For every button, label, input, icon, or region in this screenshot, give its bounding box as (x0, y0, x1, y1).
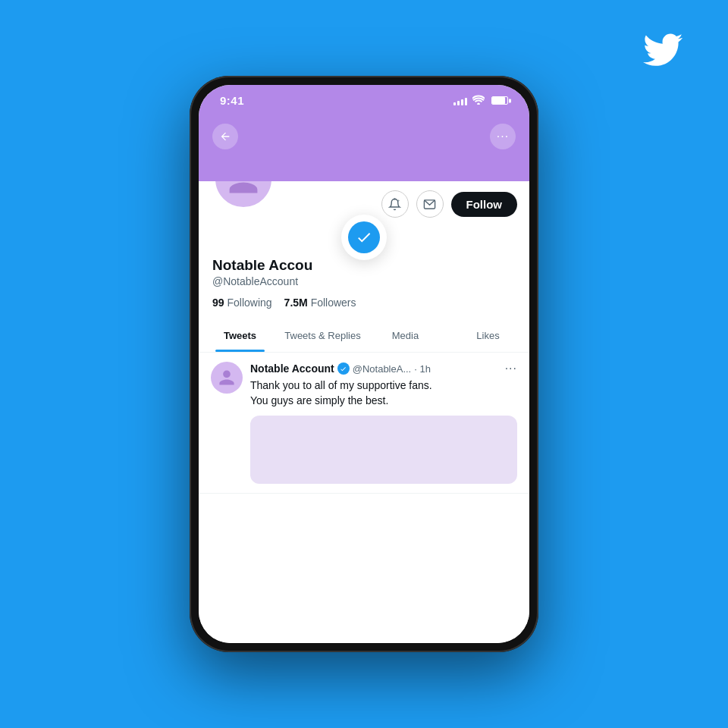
tweet-handle: @NotableA... (353, 363, 412, 375)
back-button[interactable] (212, 124, 238, 149)
bell-button[interactable]: + (381, 190, 409, 218)
tweet-media-preview (250, 416, 517, 484)
tweet-body: Notable Account @NotableA... · 1h ··· Th… (250, 362, 517, 484)
tab-tweets-replies[interactable]: Tweets & Replies (281, 319, 364, 352)
tweet-account-name: Notable Account (250, 362, 334, 375)
tweet-header: Notable Account @NotableA... · 1h ··· (250, 362, 517, 375)
following-stat: 99 Following (212, 297, 272, 309)
followers-stat: 7.5M Followers (284, 297, 356, 309)
verified-check-icon (348, 221, 380, 253)
status-icons (453, 95, 508, 107)
tab-media[interactable]: Media (364, 319, 447, 352)
twitter-logo (643, 30, 682, 76)
profile-tabs: Tweets Tweets & Replies Media Likes (199, 319, 529, 353)
status-bar: 9:41 (199, 85, 529, 113)
follow-button[interactable]: Follow (451, 192, 518, 217)
tab-likes[interactable]: Likes (447, 319, 529, 352)
tweet-text: Thank you to all of my supportive fans. … (250, 378, 517, 408)
verified-badge-popup (341, 215, 387, 260)
wifi-icon (472, 95, 485, 107)
battery-icon (491, 96, 508, 105)
tweet-item: Notable Account @NotableA... · 1h ··· Th… (199, 353, 529, 494)
tweet-time: · 1h (414, 363, 431, 375)
stats-row: 99 Following 7.5M Followers (212, 297, 516, 309)
phone-shell: 9:41 (190, 76, 538, 652)
more-button[interactable]: ··· (490, 124, 516, 149)
profile-content: + Follow (199, 181, 529, 643)
tweet-verified-icon (337, 362, 350, 375)
tab-tweets[interactable]: Tweets (199, 319, 281, 352)
svg-text:+: + (397, 198, 400, 202)
handle: @NotableAccount (212, 275, 516, 287)
phone-screen: 9:41 (199, 85, 529, 643)
tweet-avatar (211, 362, 243, 394)
profile-banner: ··· (199, 113, 529, 181)
status-time: 9:41 (220, 94, 244, 107)
signal-bars-icon (453, 96, 467, 105)
tweet-more-button[interactable]: ··· (505, 362, 517, 375)
mail-button[interactable] (416, 190, 444, 218)
